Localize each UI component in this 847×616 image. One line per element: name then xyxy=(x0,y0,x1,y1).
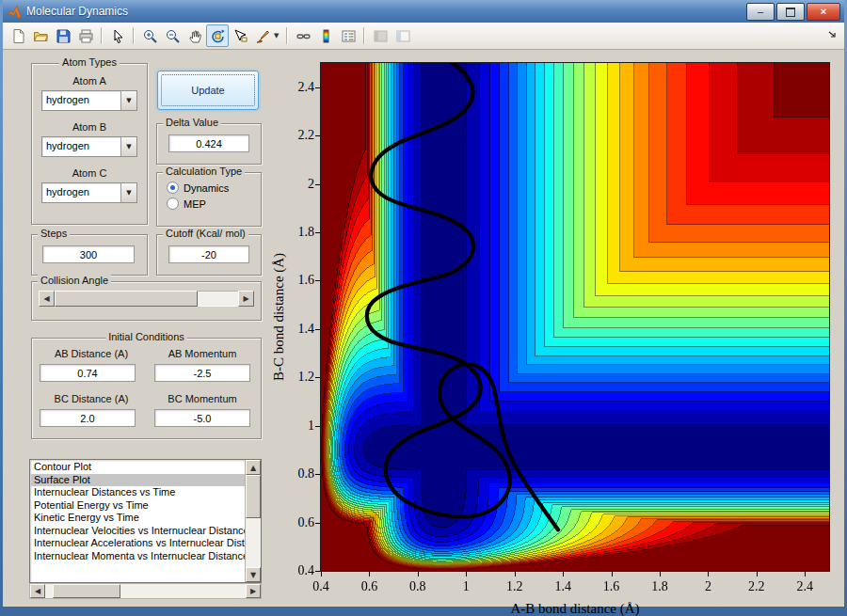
y-axis-label: B-C bond distance (Å) xyxy=(271,253,287,381)
listbox-vertical-scrollbar[interactable]: ▲ ▼ xyxy=(245,460,261,582)
hide-plot-tools-icon xyxy=(373,28,389,44)
new-document-icon xyxy=(10,28,26,44)
y-tick-label: 1.6 xyxy=(277,273,314,288)
mep-radio-row[interactable]: MEP xyxy=(167,197,261,210)
printer-icon xyxy=(78,28,94,44)
delta-value-input[interactable] xyxy=(168,134,249,152)
radio-button-icon[interactable] xyxy=(167,182,179,194)
steps-panel: Steps xyxy=(31,234,148,276)
atom-a-dropdown[interactable]: hydrogen ▼ xyxy=(41,90,137,111)
listbox-horizontal-scrollbar[interactable]: ◀ ▶ xyxy=(29,583,262,599)
maximize-button[interactable] xyxy=(776,3,805,21)
y-tick-label: 1.8 xyxy=(277,225,314,240)
radio-button-icon[interactable] xyxy=(167,197,179,210)
chevron-down-icon[interactable]: ▼ xyxy=(120,91,136,110)
zoom-out-button[interactable] xyxy=(161,24,184,47)
y-tick-mark xyxy=(315,87,320,88)
ab-momentum-label: AB Momentum xyxy=(151,348,254,359)
collision-angle-title: Collision Angle xyxy=(38,275,111,286)
title-bar[interactable]: Molecular Dynamics – × xyxy=(3,0,844,23)
slider-right-arrow[interactable]: ▶ xyxy=(238,291,254,307)
list-item[interactable]: Internuclear Momenta vs Internuclear Dis… xyxy=(31,550,245,563)
insert-legend-button[interactable] xyxy=(337,24,360,47)
x-tick-mark xyxy=(369,572,370,577)
list-item[interactable]: Potential Energy vs Time xyxy=(31,499,245,513)
ab-distance-input[interactable] xyxy=(40,364,136,382)
maximize-icon xyxy=(786,8,795,17)
data-cursor-button[interactable] xyxy=(229,24,251,47)
slider-thumb[interactable] xyxy=(55,291,198,307)
brush-dropdown-chevron[interactable]: ▼ xyxy=(274,32,282,39)
y-tick-mark xyxy=(315,280,320,281)
list-item[interactable]: Contour Plot xyxy=(31,461,245,474)
delta-value-title: Delta Value xyxy=(163,117,221,128)
hand-icon xyxy=(187,28,203,44)
save-figure-button[interactable] xyxy=(52,24,74,47)
figure-content: Atom Types Atom A hydrogen ▼ Atom B hydr… xyxy=(3,50,844,607)
x-tick-mark xyxy=(321,572,322,577)
minimize-button[interactable]: – xyxy=(746,3,775,21)
y-tick-mark xyxy=(315,377,320,378)
zoom-in-button[interactable] xyxy=(138,24,161,47)
toolbar-overflow-arrow[interactable] xyxy=(827,29,839,40)
scroll-left-arrow[interactable]: ◀ xyxy=(30,584,45,598)
scroll-right-arrow[interactable]: ▶ xyxy=(246,584,261,598)
x-tick-label: 2.2 xyxy=(733,579,780,594)
atom-b-dropdown[interactable]: hydrogen ▼ xyxy=(41,136,137,157)
scroll-up-arrow[interactable]: ▲ xyxy=(246,460,261,475)
collision-angle-slider[interactable]: ◀ ▶ xyxy=(39,291,254,307)
y-tick-mark xyxy=(315,232,320,233)
x-tick-mark xyxy=(418,572,419,577)
atom-types-title: Atom Types xyxy=(59,56,120,68)
zoom-out-icon xyxy=(165,28,181,44)
mep-radio-label: MEP xyxy=(184,198,206,210)
pan-button[interactable] xyxy=(184,24,206,47)
chevron-down-icon[interactable]: ▼ xyxy=(120,137,136,156)
insert-colorbar-button[interactable] xyxy=(314,24,337,47)
rotate-3d-button[interactable] xyxy=(206,24,229,47)
hide-plot-tools-button[interactable] xyxy=(369,24,392,47)
y-tick-mark xyxy=(315,184,320,185)
atom-a-label: Atom A xyxy=(32,75,147,87)
pes-canvas[interactable] xyxy=(321,63,829,571)
atom-c-dropdown[interactable]: hydrogen ▼ xyxy=(41,182,137,203)
x-tick-label: 1.6 xyxy=(588,579,635,594)
scroll-down-arrow[interactable]: ▼ xyxy=(246,567,261,582)
steps-input[interactable] xyxy=(42,245,135,263)
x-tick-label: 0.4 xyxy=(297,579,344,594)
open-file-button[interactable] xyxy=(29,24,52,47)
new-figure-button[interactable] xyxy=(7,24,29,47)
chevron-down-icon[interactable]: ▼ xyxy=(120,183,136,202)
x-tick-mark xyxy=(660,572,661,577)
bc-momentum-input[interactable] xyxy=(154,409,250,427)
slider-track[interactable] xyxy=(55,291,238,307)
y-tick-label: 0.8 xyxy=(277,466,314,482)
list-item[interactable]: Kinetic Energy vs Time xyxy=(31,512,245,525)
calculation-type-panel: Calculation Type Dynamics MEP xyxy=(156,172,262,227)
x-tick-mark xyxy=(805,572,806,577)
horizontal-scroll-thumb[interactable] xyxy=(53,584,120,598)
slider-left-arrow[interactable]: ◀ xyxy=(39,291,55,307)
list-item[interactable]: Internuclear Accelerations vs Internucle… xyxy=(31,537,245,550)
cutoff-title: Cutoff (Kcal/ mol) xyxy=(163,228,248,239)
update-button[interactable]: Update xyxy=(157,71,259,110)
edit-plot-button[interactable] xyxy=(106,24,129,47)
link-plot-button[interactable] xyxy=(292,24,314,47)
ab-momentum-input[interactable] xyxy=(154,364,250,382)
cutoff-input[interactable] xyxy=(168,245,249,263)
close-button[interactable]: × xyxy=(807,3,840,21)
y-tick-label: 2.4 xyxy=(277,80,314,95)
print-figure-button[interactable] xyxy=(74,24,97,47)
list-item[interactable]: Internuclear Distances vs Time xyxy=(31,486,245,499)
delta-value-panel: Delta Value xyxy=(156,123,262,165)
list-item[interactable]: Internuclear Velocities vs Internuclear … xyxy=(31,525,245,538)
vertical-scroll-thumb[interactable] xyxy=(246,475,261,518)
show-plot-tools-button[interactable] xyxy=(392,24,414,47)
list-item[interactable]: Surface Plot xyxy=(31,474,245,487)
x-tick-mark xyxy=(757,572,758,577)
x-tick-label: 0.6 xyxy=(345,579,392,594)
plot-type-listbox[interactable]: Contour PlotSurface PlotInternuclear Dis… xyxy=(29,459,262,583)
bc-distance-input[interactable] xyxy=(40,409,136,427)
dynamics-radio-row[interactable]: Dynamics xyxy=(167,182,261,194)
brush-data-button[interactable] xyxy=(251,24,274,47)
